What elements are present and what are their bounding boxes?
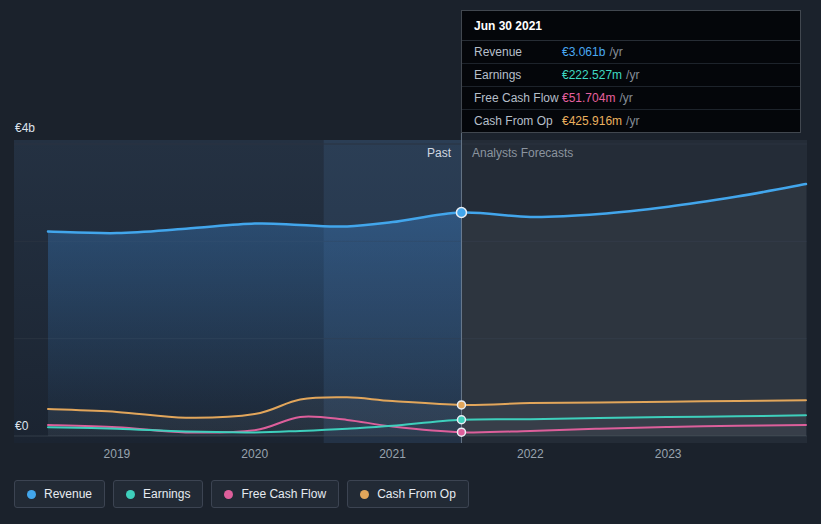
tooltip-row-free-cash-flow: Free Cash Flow€51.704m/yr — [462, 86, 800, 109]
forecast-section-label: Analysts Forecasts — [472, 146, 573, 160]
revenue-forecast-area — [462, 184, 807, 436]
legend-item-cash-from-op[interactable]: Cash From Op — [347, 480, 469, 508]
x-tick-2022: 2022 — [505, 447, 555, 461]
tooltip-metric-label: Earnings — [474, 68, 562, 82]
legend-label: Earnings — [143, 487, 190, 501]
cash-from-op-marker — [457, 401, 465, 409]
x-tick-2019: 2019 — [92, 447, 142, 461]
free-cash-flow-legend-dot — [224, 490, 233, 499]
revenue-legend-dot — [27, 490, 36, 499]
chart-tooltip: Jun 30 2021 Revenue€3.061b/yrEarnings€22… — [461, 10, 801, 133]
tooltip-date: Jun 30 2021 — [462, 11, 800, 41]
revenue-past-area — [48, 213, 462, 437]
y-axis-label-0: €0 — [15, 419, 28, 433]
tooltip-metric-value: €425.916m/yr — [562, 114, 639, 128]
legend-label: Revenue — [44, 487, 92, 501]
legend-label: Cash From Op — [377, 487, 456, 501]
x-tick-2020: 2020 — [230, 447, 280, 461]
earnings-legend-dot — [126, 490, 135, 499]
tooltip-metric-value: €222.527m/yr — [562, 68, 639, 82]
tooltip-metric-label: Free Cash Flow — [474, 91, 562, 105]
legend-label: Free Cash Flow — [241, 487, 326, 501]
chart-legend: RevenueEarningsFree Cash FlowCash From O… — [14, 480, 469, 508]
revenue-marker — [456, 208, 466, 218]
tooltip-metric-value: €3.061b/yr — [562, 45, 623, 59]
cash-from-op-legend-dot — [360, 490, 369, 499]
tooltip-row-earnings: Earnings€222.527m/yr — [462, 63, 800, 86]
tooltip-metric-value: €51.704m/yr — [562, 91, 633, 105]
legend-item-free-cash-flow[interactable]: Free Cash Flow — [211, 480, 339, 508]
legend-item-earnings[interactable]: Earnings — [113, 480, 203, 508]
past-section-label: Past — [351, 146, 451, 160]
x-tick-2021: 2021 — [368, 447, 418, 461]
stock-financials-forecast-chart: €4b €0 Past Analysts Forecasts 201920202… — [0, 0, 821, 524]
tooltip-metric-label: Cash From Op — [474, 114, 562, 128]
x-tick-2023: 2023 — [643, 447, 693, 461]
tooltip-rows: Revenue€3.061b/yrEarnings€222.527m/yrFre… — [462, 41, 800, 132]
tooltip-row-revenue: Revenue€3.061b/yr — [462, 41, 800, 63]
y-axis-label-4b: €4b — [15, 121, 35, 135]
free-cash-flow-marker — [457, 428, 465, 436]
legend-item-revenue[interactable]: Revenue — [14, 480, 105, 508]
earnings-marker — [457, 416, 465, 424]
tooltip-row-cash-from-op: Cash From Op€425.916m/yr — [462, 109, 800, 132]
tooltip-metric-label: Revenue — [474, 45, 562, 59]
